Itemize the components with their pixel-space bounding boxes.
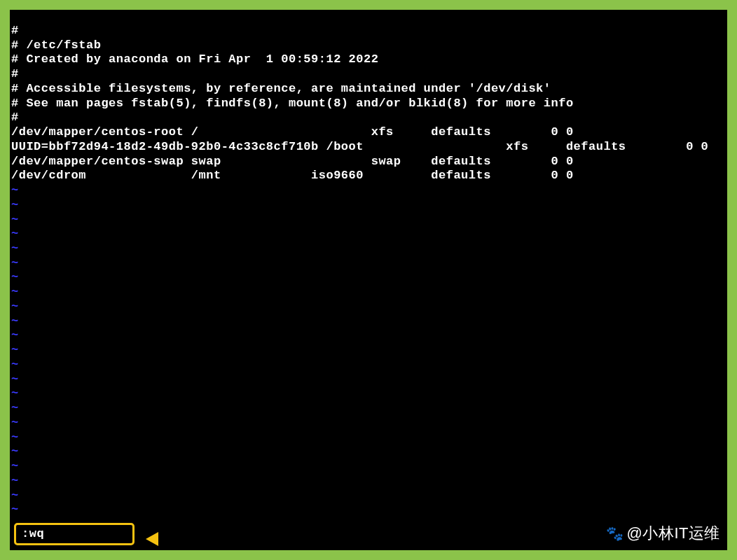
command-input-box[interactable]: :wq	[14, 523, 135, 545]
file-line: /dev/mapper/centos-root / xfs defaults 0…	[11, 125, 726, 140]
file-line: #	[11, 67, 726, 82]
empty-lines: ~~~~~~~~~~~~~~~~~~~~~~~	[11, 183, 726, 517]
tilde-line: ~	[11, 300, 726, 314]
file-line: # /etc/fstab	[11, 38, 726, 53]
watermark-text: @小林IT运维	[627, 524, 720, 543]
tilde-line: ~	[11, 227, 726, 241]
tilde-line: ~	[11, 314, 726, 329]
file-line: #	[11, 24, 726, 38]
tilde-line: ~	[11, 328, 726, 343]
tilde-line: ~	[11, 444, 726, 459]
tilde-line: ~	[11, 416, 726, 430]
file-line: #	[11, 111, 726, 125]
watermark: 🐾 @小林IT运维	[606, 524, 720, 543]
tilde-line: ~	[11, 241, 726, 256]
command-text: :wq	[22, 527, 44, 542]
terminal-window[interactable]: ## /etc/fstab# Created by anaconda on Fr…	[10, 10, 727, 550]
tilde-line: ~	[11, 372, 726, 387]
tilde-line: ~	[11, 430, 726, 445]
file-line: /dev/cdrom /mnt iso9660 defaults 0 0	[11, 169, 726, 183]
tilde-line: ~	[11, 503, 726, 517]
tilde-line: ~	[11, 256, 726, 271]
tilde-line: ~	[11, 459, 726, 474]
tilde-line: ~	[11, 183, 726, 198]
tilde-line: ~	[11, 401, 726, 416]
paw-icon: 🐾	[606, 525, 624, 542]
file-line: /dev/mapper/centos-swap swap swap defaul…	[11, 155, 726, 169]
file-line: # Accessible filesystems, by reference, …	[11, 82, 726, 97]
tilde-line: ~	[11, 270, 726, 285]
tilde-line: ~	[11, 343, 726, 358]
tilde-line: ~	[11, 198, 726, 213]
file-line: UUID=bbf72d94-18d2-49db-92b0-4c33c8cf710…	[11, 140, 726, 155]
tilde-line: ~	[11, 474, 726, 489]
file-line: # Created by anaconda on Fri Apr 1 00:59…	[11, 52, 726, 67]
tilde-line: ~	[11, 213, 726, 227]
tilde-line: ~	[11, 489, 726, 503]
tilde-line: ~	[11, 358, 726, 372]
file-content: ## /etc/fstab# Created by anaconda on Fr…	[11, 24, 726, 183]
file-line: # See man pages fstab(5), findfs(8), mou…	[11, 97, 726, 111]
tilde-line: ~	[11, 386, 726, 401]
tilde-line: ~	[11, 285, 726, 300]
